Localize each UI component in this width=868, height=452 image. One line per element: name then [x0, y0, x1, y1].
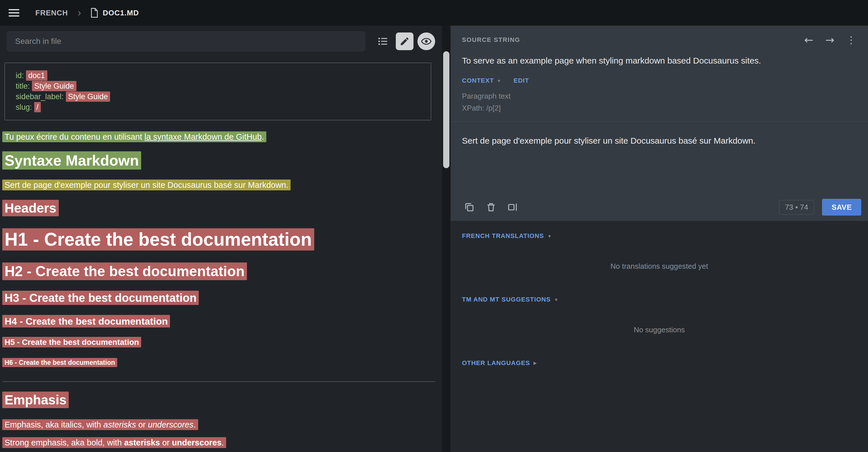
- frontmatter-key: slug:: [16, 103, 32, 111]
- french-translations-label: FRENCH TRANSLATIONS: [462, 232, 544, 240]
- frontmatter-line: sidebar_label: Style Guide: [16, 92, 431, 102]
- list-view-button[interactable]: [374, 32, 392, 50]
- source-text: To serve as an example page when styling…: [462, 56, 857, 66]
- heading-h2: H2 - Create the best documentation: [2, 263, 435, 280]
- translated-string[interactable]: Tu peux écrire du contenu en utilisant l…: [2, 131, 266, 142]
- copy-source-button[interactable]: [459, 199, 480, 216]
- topbar: FRENCH › DOC1.MD: [0, 0, 868, 26]
- string-navigation: ← → ⋮: [800, 34, 860, 45]
- breadcrumb-project[interactable]: FRENCH: [35, 8, 68, 18]
- translation-input[interactable]: Sert de page d'exemple pour styliser un …: [451, 122, 868, 194]
- untranslated-string[interactable]: Strong emphasis, aka bold, with asterisk…: [2, 437, 226, 448]
- caret-down-icon: ▼: [554, 297, 558, 302]
- chevron-right-icon: ›: [78, 8, 81, 18]
- french-translations-header[interactable]: FRENCH TRANSLATIONS ▼: [462, 232, 857, 240]
- frontmatter-key: title:: [16, 82, 30, 90]
- scrollbar-thumb[interactable]: [443, 51, 450, 168]
- source-header: SOURCE STRING ← → ⋮: [451, 26, 868, 54]
- edit-mode-button[interactable]: [396, 32, 413, 50]
- context-xpath: XPath: /p[2]: [462, 102, 857, 114]
- right-arrow-icon: →: [825, 34, 834, 46]
- trash-icon: [486, 202, 496, 213]
- strong-paragraph: Strong emphasis, aka bold, with asterisk…: [2, 437, 435, 449]
- markdown-link[interactable]: la syntaxe Markdown de GitHub: [145, 132, 262, 141]
- tm-suggestions-header[interactable]: TM AND MT SUGGESTIONS ▼: [462, 296, 857, 303]
- translation-toolbar: 73 • 74 SAVE: [451, 194, 868, 221]
- scrollbar-track[interactable]: [442, 26, 451, 452]
- untranslated-string[interactable]: Headers: [2, 200, 59, 216]
- untranslated-string[interactable]: H2 - Create the best documentation: [2, 262, 247, 280]
- previous-string-button[interactable]: ←: [800, 34, 817, 45]
- clear-translation-button[interactable]: [480, 199, 502, 216]
- frontmatter-block: id: doc1 title: Style Guide sidebar_labe…: [5, 63, 431, 120]
- untranslated-string[interactable]: Emphasis: [2, 392, 69, 408]
- emphasis-paragraph: Emphasis, aka italics, with asterisks or…: [2, 419, 435, 431]
- char-counter: 73 • 74: [779, 200, 814, 215]
- heading-emphasis: Emphasis: [2, 392, 435, 408]
- intro-paragraph: Tu peux écrire du contenu en utilisant l…: [2, 131, 435, 143]
- selected-paragraph: Sert de page d'exemple pour styliser un …: [2, 179, 435, 191]
- text-selection-button[interactable]: [502, 199, 524, 216]
- more-options-button[interactable]: ⋮: [842, 35, 860, 45]
- tm-empty-text: No suggestions: [462, 325, 857, 334]
- untranslated-string[interactable]: H4 - Create the best documentation: [2, 315, 170, 327]
- context-row: CONTEXT ▼ EDIT: [462, 77, 857, 84]
- untranslated-string[interactable]: H3 - Create the best documentation: [2, 291, 199, 305]
- tm-suggestions-label: TM AND MT SUGGESTIONS: [462, 296, 551, 303]
- frontmatter-value[interactable]: Style Guide: [66, 92, 111, 102]
- search-input[interactable]: [7, 31, 365, 51]
- source-section: SOURCE STRING ← → ⋮ To serve as an examp…: [451, 26, 868, 221]
- horizontal-rule: [2, 381, 435, 382]
- caret-down-icon: ▼: [547, 234, 552, 238]
- list-icon: [377, 36, 389, 47]
- context-type: Paragraph text: [462, 90, 857, 102]
- frontmatter-line: title: Style Guide: [16, 81, 431, 92]
- emphasis-text: .: [193, 420, 196, 429]
- heading-headers: Headers: [2, 200, 435, 216]
- intro-text: Tu peux écrire du contenu en utilisant: [5, 132, 145, 141]
- document-preview: id: doc1 title: Style Guide sidebar_labe…: [0, 56, 442, 452]
- selected-string[interactable]: Sert de page d'exemple pour styliser un …: [2, 180, 290, 190]
- source-string-label: SOURCE STRING: [462, 36, 520, 43]
- frontmatter-value[interactable]: doc1: [26, 70, 47, 80]
- preview-button[interactable]: [417, 32, 435, 50]
- eye-icon: [421, 36, 432, 47]
- heading-syntaxe-markdown: Syntaxe Markdown: [2, 152, 435, 169]
- heading-h3: H3 - Create the best documentation: [2, 292, 435, 304]
- heading-h6: H6 - Create the best documentation: [2, 359, 435, 366]
- left-arrow-icon: ←: [804, 34, 813, 46]
- heading-h1: H1 - Create the best documentation: [2, 229, 435, 250]
- untranslated-string[interactable]: H1 - Create the best documentation: [2, 228, 314, 251]
- text-selection-icon: [507, 202, 518, 213]
- file-preview-panel: id: doc1 title: Style Guide sidebar_labe…: [0, 26, 442, 452]
- strong-text: or: [160, 438, 172, 447]
- context-dropdown[interactable]: CONTEXT: [462, 77, 494, 84]
- menu-icon[interactable]: [8, 7, 20, 19]
- frontmatter-value[interactable]: /: [34, 102, 41, 112]
- breadcrumb-file: DOC1.MD: [103, 8, 139, 18]
- save-button[interactable]: SAVE: [822, 199, 861, 216]
- untranslated-string[interactable]: H6 - Create the best documentation: [2, 358, 117, 367]
- edit-link[interactable]: EDIT: [514, 77, 529, 84]
- caret-down-icon[interactable]: ▼: [497, 78, 501, 83]
- next-string-button[interactable]: →: [821, 34, 838, 45]
- strong-text: .: [222, 438, 224, 447]
- frontmatter-line: id: doc1: [16, 70, 431, 81]
- heading-h4: H4 - Create the best documentation: [2, 316, 435, 327]
- other-languages-header[interactable]: OTHER LANGUAGES ▶: [462, 359, 857, 367]
- translated-string[interactable]: Syntaxe Markdown: [2, 151, 141, 169]
- translations-empty-text: No translations suggested yet: [462, 262, 857, 271]
- untranslated-string[interactable]: Emphasis, aka italics, with asterisks or…: [2, 419, 198, 430]
- frontmatter-key: sidebar_label:: [16, 92, 64, 101]
- bold-text: asterisks: [124, 438, 160, 447]
- heading-h5: H5 - Create the best documentation: [2, 338, 435, 347]
- suggestions-section: FRENCH TRANSLATIONS ▼ No translations su…: [451, 221, 868, 452]
- emphasis-text: or: [136, 420, 148, 429]
- frontmatter-value[interactable]: Style Guide: [32, 81, 76, 91]
- bold-text: underscores: [172, 438, 222, 447]
- italic-text: asterisks: [103, 420, 136, 429]
- copy-icon: [464, 202, 475, 213]
- italic-text: underscores: [148, 420, 194, 429]
- kebab-menu-icon: ⋮: [846, 34, 856, 45]
- untranslated-string[interactable]: H5 - Create the best documentation: [2, 337, 141, 347]
